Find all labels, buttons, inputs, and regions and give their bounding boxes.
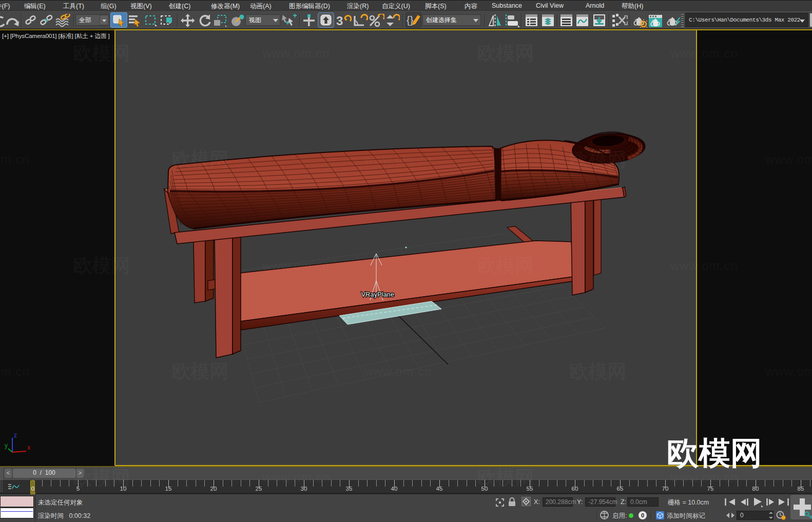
svg-text:3: 3: [336, 14, 343, 27]
svg-text:z: z: [14, 432, 17, 439]
svg-text:0: 0: [641, 512, 644, 518]
svg-text:y: y: [5, 442, 8, 449]
svg-text:x: x: [27, 444, 30, 451]
svg-text:VRayPlane: VRayPlane: [361, 291, 394, 298]
